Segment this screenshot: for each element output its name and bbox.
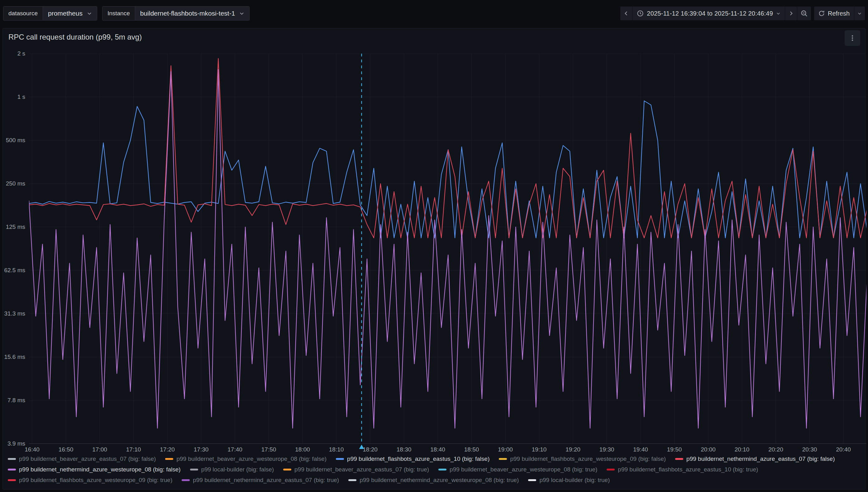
chevron-down-icon — [858, 11, 862, 16]
x-axis-tick-label: 17:10 — [126, 446, 141, 453]
legend-item[interactable]: p99 buildernet_flashbots_azure_westeurop… — [499, 456, 666, 462]
x-axis-tick-label: 20:20 — [768, 446, 783, 453]
legend-swatch — [675, 458, 683, 460]
legend-swatch — [283, 469, 291, 470]
legend-item[interactable]: p99 buildernet_nethermind_azure_eastus_0… — [182, 477, 339, 484]
x-axis-tick-label: 16:50 — [58, 446, 74, 453]
legend-label: p99 local-builder (big: true) — [539, 477, 610, 484]
legend-label: p99 buildernet_nethermind_azure_eastus_0… — [686, 456, 835, 462]
legend-swatch — [438, 469, 446, 470]
instance-value: buildernet-flashbots-mkosi-test-1 — [140, 10, 235, 17]
legend-swatch — [499, 458, 507, 460]
legend-label: p99 buildernet_flashbots_azure_westeurop… — [510, 456, 666, 462]
legend-item[interactable]: p99 local-builder (big: false) — [190, 466, 274, 473]
datasource-select[interactable]: prometheus — [43, 6, 97, 20]
x-axis-tick-label: 18:40 — [430, 446, 445, 453]
x-axis-tick-label: 18:20 — [363, 446, 377, 453]
legend-row: p99 buildernet_nethermind_azure_westeuro… — [8, 464, 862, 475]
refresh-button[interactable]: Refresh — [814, 6, 854, 20]
datasource-variable: datasource prometheus — [3, 6, 97, 21]
legend-label: p99 buildernet_beaver_azure_westeurope_0… — [450, 466, 597, 473]
y-axis-tick-label: 125 ms — [3, 224, 25, 230]
x-axis-tick-label: 18:10 — [329, 446, 344, 453]
chevron-down-icon — [87, 11, 92, 16]
kebab-menu-icon[interactable] — [845, 30, 860, 46]
legend-label: p99 buildernet_nethermind_azure_eastus_0… — [193, 477, 339, 484]
refresh-interval-select[interactable] — [854, 6, 865, 20]
panel-title: RPC call request duration (p99, 5m avg) — [8, 33, 142, 42]
dashboard-toolbar: datasource prometheus Instance builderne… — [3, 6, 865, 21]
series-line-nethermind-westeurope-08-false — [29, 70, 866, 428]
y-axis-tick-label: 7.8 ms — [3, 397, 25, 404]
x-axis-tick-label: 18:00 — [295, 446, 310, 453]
legend-label: p99 local-builder (big: false) — [201, 466, 274, 473]
legend-label: p99 buildernet_flashbots_azure_eastus_10… — [347, 456, 490, 462]
x-axis-tick-label: 17:40 — [228, 446, 242, 453]
x-axis-tick-label: 16:40 — [25, 446, 40, 453]
legend: p99 buildernet_beaver_azure_eastus_07 (b… — [8, 454, 862, 486]
y-axis-tick-label: 15.6 ms — [3, 353, 25, 361]
legend-item[interactable]: p99 buildernet_flashbots_azure_eastus_10… — [607, 466, 758, 473]
legend-label: p99 buildernet_nethermind_azure_westeuro… — [360, 477, 519, 484]
x-axis-tick-label: 20:40 — [836, 446, 851, 453]
time-shift-back-button[interactable] — [620, 6, 632, 20]
y-axis-tick-label: 62.5 ms — [3, 267, 25, 274]
series-line-flashbots-eastus-10-false — [29, 101, 866, 238]
x-axis-tick-label: 19:40 — [633, 446, 648, 453]
series-line-nethermind-eastus-07-false — [29, 58, 866, 238]
time-shift-forward-button[interactable] — [785, 6, 797, 20]
legend-label: p99 buildernet_flashbots_azure_eastus_10… — [618, 466, 758, 473]
refresh-label: Refresh — [828, 10, 850, 17]
legend-item[interactable]: p99 buildernet_flashbots_azure_eastus_10… — [336, 456, 490, 462]
legend-swatch — [336, 458, 344, 460]
time-picker-group: 2025-11-12 16:39:04 to 2025-11-12 20:46:… — [620, 6, 811, 20]
magnifier-minus-icon — [800, 10, 808, 17]
datasource-value: prometheus — [48, 10, 83, 17]
legend-item[interactable]: p99 buildernet_beaver_azure_eastus_07 (b… — [283, 466, 429, 473]
legend-swatch — [190, 469, 198, 470]
x-axis-tick-label: 17:00 — [92, 446, 107, 453]
x-axis-tick-label: 17:30 — [194, 446, 209, 453]
legend-item[interactable]: p99 buildernet_beaver_azure_westeurope_0… — [165, 456, 326, 462]
x-axis-tick-label: 20:10 — [735, 446, 749, 453]
legend-row: p99 buildernet_flashbots_azure_westeurop… — [8, 475, 862, 486]
instance-variable: Instance buildernet-flashbots-mkosi-test… — [102, 6, 249, 21]
datasource-label: datasource — [3, 6, 43, 20]
legend-item[interactable]: p99 buildernet_nethermind_azure_westeuro… — [8, 466, 181, 473]
legend-item[interactable]: p99 buildernet_beaver_azure_eastus_07 (b… — [8, 456, 156, 462]
x-axis-tick-label: 19:10 — [532, 446, 547, 453]
y-axis-tick-label: 31.3 ms — [3, 310, 25, 317]
refresh-group: Refresh — [814, 6, 865, 20]
x-axis-tick-label: 19:30 — [600, 446, 614, 453]
legend-swatch — [528, 479, 536, 481]
x-axis-tick-label: 19:50 — [667, 446, 682, 453]
legend-item[interactable]: p99 buildernet_nethermind_azure_westeuro… — [348, 477, 519, 484]
grafana-dashboard: datasource prometheus Instance builderne… — [0, 0, 868, 492]
legend-swatch — [348, 479, 357, 481]
x-axis-tick-label: 18:30 — [397, 446, 412, 453]
legend-row: p99 buildernet_beaver_azure_eastus_07 (b… — [8, 454, 862, 464]
legend-item[interactable]: p99 buildernet_beaver_azure_westeurope_0… — [438, 466, 597, 473]
x-axis-tick-label: 19:20 — [565, 446, 580, 453]
zoom-out-button[interactable] — [797, 6, 811, 20]
legend-item[interactable]: p99 buildernet_nethermind_azure_eastus_0… — [675, 456, 835, 462]
time-series-plot[interactable] — [29, 54, 866, 450]
legend-item[interactable]: p99 buildernet_flashbots_azure_westeurop… — [8, 477, 172, 484]
chevron-left-icon — [624, 10, 629, 16]
time-range-picker-button[interactable]: 2025-11-12 16:39:04 to 2025-11-12 20:46:… — [632, 6, 785, 20]
y-axis-tick-label: 3.9 ms — [3, 440, 25, 447]
x-axis-tick-label: 20:30 — [802, 446, 817, 453]
legend-swatch — [8, 469, 16, 470]
legend-swatch — [8, 458, 16, 460]
time-controls: 2025-11-12 16:39:04 to 2025-11-12 20:46:… — [620, 6, 865, 20]
chevron-right-icon — [788, 10, 794, 16]
clock-icon — [637, 10, 644, 17]
y-axis-tick-label: 2 s — [3, 50, 25, 57]
instance-select[interactable]: buildernet-flashbots-mkosi-test-1 — [135, 6, 249, 20]
legend-item[interactable]: p99 local-builder (big: true) — [528, 477, 610, 484]
y-axis-tick-label: 1 s — [3, 94, 25, 100]
legend-swatch — [165, 458, 173, 460]
legend-label: p99 buildernet_nethermind_azure_westeuro… — [19, 466, 181, 473]
y-axis-tick-label: 250 ms — [3, 180, 25, 187]
legend-swatch — [8, 479, 16, 481]
